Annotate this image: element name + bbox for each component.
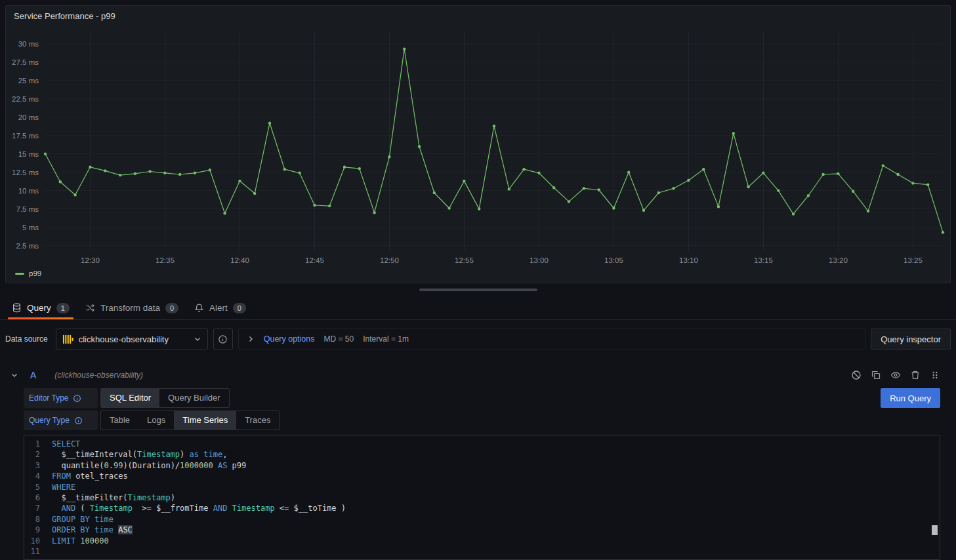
- data-point: [343, 166, 346, 169]
- horizontal-scrollbar[interactable]: [419, 289, 537, 291]
- x-axis-tick-label: 13:05: [604, 256, 623, 264]
- y-axis-tick-label: 15 ms: [18, 150, 39, 158]
- code-line: 7 AND ( Timestamp >= $__fromTime AND Tim…: [24, 503, 940, 513]
- query-row-actions: [851, 370, 946, 380]
- tab-transform-data[interactable]: Transform data 0: [79, 296, 185, 319]
- data-point: [762, 172, 764, 174]
- data-point: [209, 169, 211, 171]
- editor-type-label: Editor Type: [29, 393, 68, 403]
- data-point: [612, 207, 615, 209]
- data-point: [119, 174, 121, 176]
- query-options-bar[interactable]: Query options MD = 50 Interval = 1m: [238, 329, 866, 350]
- panel-header[interactable]: Service Performance - p99: [6, 6, 950, 26]
- data-point: [418, 145, 421, 148]
- data-point: [537, 172, 540, 174]
- datasource-help-button[interactable]: [213, 329, 233, 350]
- query-row-header[interactable]: A (clickhouse-observability): [5, 365, 951, 385]
- data-point: [687, 179, 690, 182]
- data-point: [627, 171, 630, 174]
- sql-code-lines: 1SELECT2 $__timeInterval(Timestamp) as t…: [24, 439, 940, 557]
- line-number: 1: [24, 439, 52, 449]
- line-number: 2: [24, 449, 52, 460]
- radio-table[interactable]: Table: [101, 411, 138, 430]
- data-point: [657, 191, 660, 194]
- delete-query-icon[interactable]: [910, 370, 921, 380]
- tab-query[interactable]: Query 1: [5, 296, 76, 319]
- data-point: [717, 205, 720, 208]
- data-point: [447, 207, 450, 209]
- drag-handle-icon[interactable]: [930, 370, 940, 380]
- data-point: [747, 186, 749, 188]
- tab-alert-label: Alert: [209, 303, 228, 313]
- radio-logs[interactable]: Logs: [138, 411, 174, 430]
- editor-type-label-chip: Editor Type: [24, 388, 98, 408]
- line-number: 8: [24, 514, 52, 525]
- y-axis-tick-label: 20 ms: [18, 113, 39, 121]
- data-point: [837, 172, 839, 175]
- x-axis-tick-label: 12:40: [230, 256, 249, 264]
- code-line: 2 $__timeInterval(Timestamp) as time,: [24, 449, 940, 460]
- query-row-body: Editor Type SQL Editor Query Builder Run…: [5, 388, 951, 560]
- radio-query-builder[interactable]: Query Builder: [159, 389, 228, 407]
- collapse-chevron-icon[interactable]: [10, 371, 18, 379]
- data-point: [552, 186, 555, 189]
- radio-traces[interactable]: Traces: [236, 411, 279, 430]
- info-circle-icon[interactable]: [73, 394, 81, 403]
- run-query-button[interactable]: Run Query: [881, 388, 940, 408]
- disable-query-icon[interactable]: [851, 370, 862, 380]
- query-ref-id: A: [30, 370, 36, 380]
- query-options-interval: Interval = 1m: [363, 334, 409, 344]
- x-axis-tick-label: 13:25: [904, 256, 923, 264]
- y-axis-tick-label: 27.5 ms: [12, 58, 39, 66]
- line-number: 5: [24, 482, 52, 492]
- grafana-panel-edit-page: Service Performance - p99 2.5 ms5 ms7.5 …: [0, 5, 956, 560]
- data-point: [238, 180, 241, 182]
- code-line: 9ORDER BY time ASC: [24, 525, 940, 535]
- sql-code-editor[interactable]: 1SELECT2 $__timeInterval(Timestamp) as t…: [24, 435, 940, 560]
- hide-response-eye-icon[interactable]: [890, 370, 901, 380]
- query-inspector-button[interactable]: Query inspector: [871, 329, 951, 350]
- data-point: [777, 189, 779, 191]
- datasource-picker-value: clickhouse-observability: [79, 334, 188, 344]
- data-point: [672, 187, 675, 190]
- alert-count-badge: 0: [233, 303, 246, 313]
- data-point: [493, 125, 495, 127]
- transform-count-badge: 0: [165, 303, 178, 313]
- data-point: [89, 166, 91, 169]
- data-point: [478, 207, 480, 210]
- datasource-picker[interactable]: clickhouse-observability: [56, 329, 208, 350]
- data-point: [388, 155, 390, 158]
- chevron-right-icon: [247, 335, 255, 343]
- x-axis-tick-label: 13:10: [679, 256, 698, 264]
- bell-icon: [194, 303, 204, 313]
- data-point: [253, 192, 256, 195]
- timeseries-chart[interactable]: 2.5 ms5 ms7.5 ms10 ms12.5 ms15 ms17.5 ms…: [6, 26, 950, 268]
- query-options-toggle[interactable]: Query options: [264, 334, 315, 344]
- data-point: [59, 180, 62, 183]
- duplicate-query-icon[interactable]: [871, 370, 881, 380]
- radio-sql-editor[interactable]: SQL Editor: [101, 389, 159, 407]
- editor-tabbar: Query 1 Transform data 0 Alert 0: [0, 296, 956, 320]
- editor-type-radio-group: SQL Editor Query Builder: [100, 388, 230, 408]
- data-point: [702, 168, 705, 170]
- legend-series-label[interactable]: p99: [29, 270, 41, 277]
- query-datasource-hint: (clickhouse-observability): [54, 370, 143, 380]
- tab-alert[interactable]: Alert 0: [188, 296, 253, 319]
- line-number: 9: [24, 525, 52, 535]
- x-axis-tick-label: 12:50: [380, 256, 399, 264]
- legend-color-swatch: [15, 273, 24, 275]
- data-point: [882, 164, 884, 167]
- tab-transform-label: Transform data: [100, 303, 160, 313]
- datasource-bar: Data source clickhouse-observability Que…: [5, 329, 951, 350]
- data-point: [223, 212, 226, 214]
- data-point: [373, 211, 375, 214]
- query-count-badge: 1: [56, 303, 70, 313]
- code-line: 6 $__timeFilter(Timestamp): [24, 492, 940, 503]
- data-point: [926, 184, 929, 186]
- radio-time-series[interactable]: Time Series: [174, 411, 236, 430]
- y-axis-tick-label: 30 ms: [18, 40, 39, 48]
- info-circle-icon[interactable]: [74, 416, 83, 425]
- data-point: [522, 168, 525, 170]
- query-editor-row: A (clickhouse-observability): [5, 365, 951, 560]
- data-point: [148, 170, 151, 172]
